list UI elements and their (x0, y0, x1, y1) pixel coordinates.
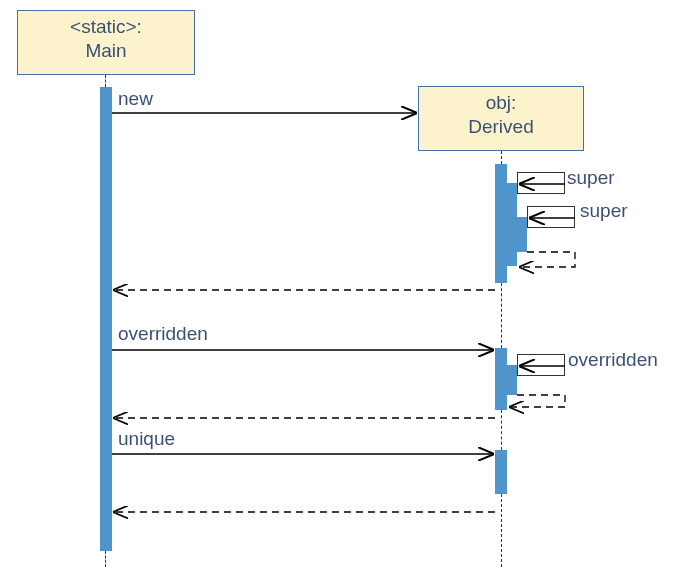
lifeline-derived (501, 151, 502, 164)
lifeline-derived (501, 410, 502, 450)
msg-overridden2: overridden (568, 349, 658, 371)
lifeline-derived (501, 283, 502, 348)
return-super2 (520, 252, 575, 267)
self-call-box (517, 172, 565, 194)
lifeline-main (105, 75, 106, 87)
self-call-box (527, 206, 575, 228)
participant-main-type: <static>: (18, 15, 194, 39)
lifeline-main (105, 551, 106, 567)
activation-main (100, 87, 112, 551)
lifeline-derived (501, 494, 502, 567)
msg-new: new (118, 88, 153, 110)
participant-main-name: Main (18, 39, 194, 63)
msg-super-1: super (567, 167, 615, 189)
participant-derived-type: obj: (419, 91, 583, 115)
participant-derived: obj: Derived (418, 86, 584, 151)
return-overridden-self (510, 395, 565, 407)
sequence-diagram: <static>: Main obj: Derived new super su… (0, 0, 685, 579)
self-call-box (517, 354, 565, 376)
activation-derived-unq (495, 450, 507, 494)
activation-derived-sup2 (515, 217, 527, 252)
participant-main: <static>: Main (17, 10, 195, 75)
activation-derived-ovr2 (505, 365, 517, 395)
msg-overridden: overridden (118, 323, 208, 345)
msg-super-2: super (580, 200, 628, 222)
participant-derived-name: Derived (419, 115, 583, 139)
msg-unique: unique (118, 428, 175, 450)
